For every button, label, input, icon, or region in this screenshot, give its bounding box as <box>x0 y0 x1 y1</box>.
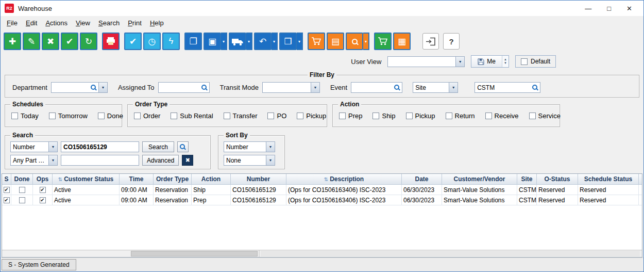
pack-item-dropdown-button[interactable]: ▾ <box>221 33 227 50</box>
column-header-time[interactable]: Time <box>120 174 154 185</box>
column-header-done[interactable]: Done <box>11 174 33 185</box>
schedule-time-button[interactable]: ◷ <box>143 33 161 50</box>
exit-button[interactable] <box>422 33 439 50</box>
sales-receipt-button[interactable]: ▤ <box>327 33 344 50</box>
table-row[interactable]: Active09:00 AMReservationPrepCO150616512… <box>2 195 642 205</box>
column-header-customer_vendor[interactable]: Customer/Vendor <box>442 174 517 185</box>
sort-primary-dropdown-button[interactable]: ▼ <box>266 142 275 152</box>
checkbox-receive[interactable]: Receive <box>485 112 519 120</box>
checkbox-today[interactable]: Today <box>11 112 39 120</box>
return-items-dropdown-button[interactable]: ▾ <box>272 33 278 50</box>
purchase-cart-button[interactable] <box>308 33 325 50</box>
checkbox-prep[interactable]: Prep <box>339 112 362 120</box>
checkbox-ship[interactable]: Ship <box>372 112 395 120</box>
s-checkbox[interactable] <box>4 197 10 203</box>
s-checkbox[interactable] <box>4 187 10 193</box>
new-document-button[interactable]: ✚ <box>4 33 21 50</box>
checkbox-box[interactable] <box>224 113 230 119</box>
default-option[interactable]: Default <box>515 55 556 68</box>
search-part-input[interactable] <box>61 155 139 166</box>
checkbox-sub-rental[interactable]: Sub Rental <box>171 112 213 120</box>
checkbox-done[interactable]: Done <box>98 112 123 120</box>
checkbox-box[interactable] <box>171 113 177 119</box>
column-header-customer_status[interactable]: ⇅Customer Status <box>53 174 120 185</box>
menu-search[interactable]: Search <box>94 18 124 28</box>
site-combo[interactable]: Site ▼ <box>413 82 458 93</box>
minimize-button[interactable]: — <box>585 5 591 12</box>
checkbox-tomorrow[interactable]: Tomorrow <box>49 112 88 120</box>
checkbox-box[interactable] <box>446 113 452 119</box>
view-stepper[interactable]: ▲▼ <box>502 56 509 67</box>
checkbox-pickup[interactable]: Pickup <box>297 112 326 120</box>
site-value-input[interactable]: CSTM <box>474 82 540 93</box>
ops-checkbox[interactable] <box>40 187 46 193</box>
column-header-schedule_status[interactable]: Schedule Status <box>578 174 639 185</box>
checkbox-box[interactable] <box>406 113 413 119</box>
checkbox-po[interactable]: PO <box>267 112 286 120</box>
checkbox-box[interactable] <box>372 113 379 119</box>
menu-file[interactable]: File <box>3 18 22 28</box>
return-items-button[interactable]: ↶ <box>254 33 272 50</box>
scrollbar-thumb[interactable] <box>261 251 640 257</box>
search-field-dropdown-button[interactable]: ▼ <box>48 142 57 152</box>
column-header-date[interactable]: Date <box>402 174 442 185</box>
menu-view[interactable]: View <box>72 18 94 28</box>
column-header-site[interactable]: Site <box>517 174 537 185</box>
default-checkbox[interactable] <box>521 58 528 65</box>
user-view-select[interactable]: ▼ <box>387 56 465 67</box>
site-dropdown-button[interactable]: ▼ <box>449 83 457 92</box>
cell-ops[interactable] <box>33 195 53 205</box>
search-items-dropdown-button[interactable]: ▾ <box>363 33 369 50</box>
cancel-button[interactable]: ✖ <box>42 33 59 50</box>
done-checkbox[interactable] <box>19 187 25 193</box>
search-part-combo[interactable]: Any Part of ... ▼ <box>10 155 58 166</box>
column-header-s[interactable]: S <box>2 174 11 185</box>
search-field-combo[interactable]: Number ▼ <box>10 141 58 152</box>
scrollbar-thumb[interactable] <box>131 251 258 257</box>
help-button[interactable]: ? <box>443 33 460 50</box>
menu-help[interactable]: Help <box>146 18 168 28</box>
checkbox-box[interactable] <box>267 113 274 119</box>
checkbox-box[interactable] <box>11 113 18 119</box>
sort-primary-combo[interactable]: Number ▼ <box>224 141 275 152</box>
checkbox-service[interactable]: Service <box>529 112 561 120</box>
checkbox-pickup[interactable]: Pickup <box>406 112 435 120</box>
cell-done[interactable] <box>11 195 33 205</box>
sort-secondary-combo[interactable]: None ▼ <box>224 155 275 166</box>
ship-truck-dropdown-button[interactable]: ▾ <box>246 33 252 50</box>
checkbox-transfer[interactable]: Transfer <box>224 112 258 120</box>
checkbox-box[interactable] <box>485 113 492 119</box>
table-row[interactable]: Active09:00 AMReservationShipCO150616512… <box>2 185 642 195</box>
ops-checkbox[interactable] <box>40 197 46 203</box>
right-pane-scrollbar[interactable] <box>260 250 642 257</box>
exchange-grid-button[interactable]: ▦ <box>393 33 411 50</box>
assigned-to-input[interactable] <box>158 82 210 93</box>
cell-s[interactable] <box>2 195 11 205</box>
pack-item-button[interactable]: ▣ <box>204 33 221 50</box>
prep-document-button[interactable]: ❐ <box>184 33 202 50</box>
confirm-button[interactable]: ✔ <box>61 33 78 50</box>
transit-mode-combo[interactable]: ▼ <box>262 82 320 93</box>
department-dropdown-button[interactable]: ▼ <box>98 83 107 92</box>
search-items-button[interactable] <box>346 33 363 50</box>
advanced-button[interactable]: Advanced <box>142 155 179 166</box>
left-pane-scrollbar[interactable] <box>2 250 260 257</box>
menu-print[interactable]: Print <box>124 18 146 28</box>
search-part-dropdown-button[interactable]: ▼ <box>48 155 57 165</box>
edit-document-button[interactable]: ✎ <box>23 33 40 50</box>
maximize-button[interactable]: □ <box>607 5 611 12</box>
search-button[interactable]: Search <box>142 141 174 152</box>
done-checkbox[interactable] <box>19 197 25 203</box>
checkbox-box[interactable] <box>529 113 536 119</box>
refresh-button[interactable]: ↻ <box>80 33 97 50</box>
checkbox-return[interactable]: Return <box>446 112 475 120</box>
event-input[interactable] <box>351 82 402 93</box>
ship-truck-button[interactable] <box>229 33 246 50</box>
checkbox-box[interactable] <box>339 113 346 119</box>
save-view-me-button[interactable]: Me <box>471 56 502 67</box>
department-combo[interactable]: ▼ <box>51 82 108 93</box>
transfer-document-button[interactable]: ❒ <box>279 33 297 50</box>
search-query-input[interactable]: CO1506165129 <box>61 141 139 152</box>
hand-truck-button[interactable] <box>374 33 392 50</box>
print-labels-button[interactable] <box>102 33 120 50</box>
